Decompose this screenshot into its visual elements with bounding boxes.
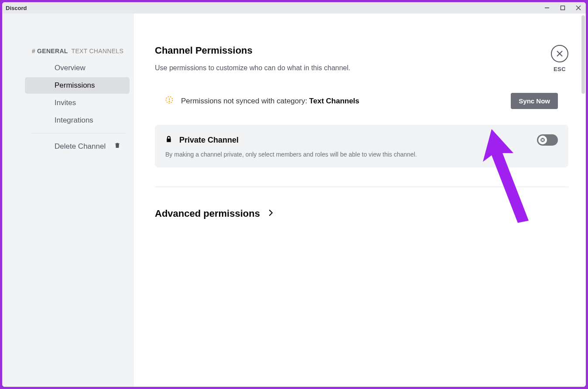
sidebar-item-invites[interactable]: Invites <box>25 95 130 111</box>
sidebar-item-label: Integrations <box>55 116 93 125</box>
sidebar-item-label: Delete Channel <box>55 142 106 151</box>
sidebar-item-delete-channel[interactable]: Delete Channel <box>25 138 130 155</box>
advanced-permissions-label: Advanced permissions <box>155 208 260 219</box>
sidebar-item-label: Overview <box>55 64 85 72</box>
close-group: ESC <box>551 45 568 72</box>
minimize-button[interactable] <box>543 4 551 12</box>
scrollbar[interactable] <box>581 15 585 385</box>
titlebar: Discord <box>2 2 586 14</box>
sidebar-item-label: Invites <box>55 99 76 107</box>
sidebar-item-permissions[interactable]: Permissions <box>25 77 130 94</box>
sidebar-item-label: Permissions <box>55 81 95 90</box>
annotation-cursor-arrow <box>483 129 535 225</box>
private-channel-toggle[interactable] <box>537 134 558 146</box>
sidebar: #GENERAL TEXT CHANNELS Overview Permissi… <box>2 14 134 387</box>
sidebar-item-overview[interactable]: Overview <box>25 60 130 76</box>
hash-icon: # <box>32 48 35 55</box>
private-title-group: Private Channel <box>165 135 239 145</box>
page-title: Channel Permissions <box>155 45 568 56</box>
channel-name: GENERAL <box>37 48 68 55</box>
svg-point-8 <box>169 101 170 102</box>
lock-icon <box>165 135 172 145</box>
private-title: Private Channel <box>179 136 239 145</box>
channel-category-label: TEXT CHANNELS <box>70 48 124 55</box>
sidebar-header: #GENERAL TEXT CHANNELS <box>2 48 134 59</box>
trash-icon <box>114 142 121 151</box>
close-label: ESC <box>554 66 566 72</box>
close-window-button[interactable] <box>574 4 582 12</box>
svg-marker-12 <box>483 129 529 223</box>
app-name: Discord <box>6 5 27 11</box>
content-area: #GENERAL TEXT CHANNELS Overview Permissi… <box>2 14 586 387</box>
scrollbar-thumb[interactable] <box>581 15 585 94</box>
window-controls <box>543 4 582 12</box>
warning-icon <box>165 96 173 106</box>
chevron-right-icon <box>269 209 273 218</box>
sidebar-item-integrations[interactable]: Integrations <box>25 112 130 129</box>
sidebar-divider <box>32 133 125 133</box>
app-window: Discord #GENERAL TEXT CHANNELS Overview … <box>2 2 586 387</box>
sync-row: Permissions not synced with category: Te… <box>155 93 568 109</box>
svg-rect-1 <box>561 6 565 10</box>
sync-now-button[interactable]: Sync Now <box>511 93 558 109</box>
page-description: Use permissions to customize who can do … <box>155 64 568 72</box>
main-panel: ESC Channel Permissions Use permissions … <box>134 14 586 387</box>
sync-text: Permissions not synced with category: Te… <box>181 97 359 106</box>
maximize-button[interactable] <box>559 4 567 12</box>
close-button[interactable] <box>551 45 568 62</box>
toggle-thumb <box>538 136 547 144</box>
sync-message: Permissions not synced with category: Te… <box>165 96 359 106</box>
